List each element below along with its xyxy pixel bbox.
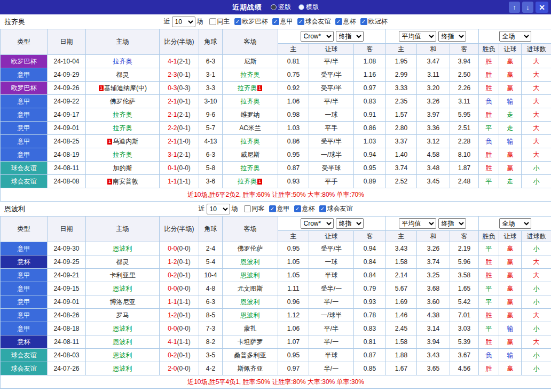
- home-team[interactable]: 卡利亚里: [86, 269, 160, 282]
- result-winloss: 平: [479, 322, 499, 335]
- odds-value: 0.85: [354, 362, 386, 375]
- league-filter-checkbox[interactable]: ✓意甲: [269, 204, 290, 213]
- away-team[interactable]: 威尼斯: [223, 148, 278, 162]
- checkbox-icon[interactable]: ✓: [294, 205, 301, 212]
- away-team[interactable]: 拉齐奥: [223, 68, 278, 82]
- checkbox-icon[interactable]: [209, 18, 216, 25]
- home-team[interactable]: 拉齐奥: [86, 108, 160, 122]
- home-team[interactable]: 恩波利: [86, 362, 160, 375]
- home-team-name: 恩波利: [113, 338, 132, 346]
- odds-value: 1.03: [354, 135, 386, 148]
- odds-value: 3.94: [450, 55, 479, 68]
- home-team[interactable]: 1基辅迪纳摩(中): [86, 82, 160, 95]
- home-team[interactable]: 拉齐奥: [86, 55, 160, 68]
- column-header: 主场: [86, 29, 160, 55]
- away-team[interactable]: 拉齐奥1: [223, 82, 278, 95]
- league-filter-checkbox[interactable]: ✓球会友谊: [297, 17, 331, 26]
- scope-select[interactable]: 全场: [499, 218, 531, 229]
- same-venue-checkbox[interactable]: 同客: [244, 204, 265, 213]
- odds-value: 3.65: [417, 362, 450, 375]
- match-count-select[interactable]: 10: [172, 17, 195, 27]
- league-filter-checkbox[interactable]: ✓欧冠杯: [360, 17, 388, 26]
- home-team[interactable]: 加的斯: [86, 162, 160, 175]
- home-team[interactable]: 博洛尼亚: [86, 295, 160, 309]
- column-header: 客: [450, 231, 479, 242]
- home-team[interactable]: 拉齐奥: [86, 122, 160, 135]
- corner-score: 6-3: [199, 148, 223, 162]
- odds-value: 0.95: [278, 349, 309, 362]
- scroll-down-button[interactable]: ↓: [522, 2, 533, 13]
- column-header: 日期: [48, 29, 86, 55]
- same-venue-checkbox[interactable]: 同主: [209, 17, 230, 26]
- checkbox-icon[interactable]: ✓: [360, 18, 367, 25]
- final-odds-select[interactable]: 终指: [438, 31, 466, 42]
- red-card-badge: 1: [257, 85, 262, 91]
- bookmaker-select[interactable]: Crow*: [301, 218, 334, 229]
- away-team[interactable]: 尼斯: [223, 55, 278, 68]
- away-team[interactable]: 恩波利: [223, 269, 278, 282]
- layout-radio-vertical[interactable]: 竖版: [271, 3, 291, 12]
- league-filter-checkbox[interactable]: ✓意杯: [335, 17, 356, 26]
- away-team[interactable]: 斯佩齐亚: [223, 362, 278, 375]
- average-odds-select[interactable]: 平均值: [399, 31, 436, 42]
- away-team-name: 佛罗伦萨: [238, 245, 263, 252]
- away-team[interactable]: 维罗纳: [223, 108, 278, 122]
- league-filter-checkbox[interactable]: ✓欧罗巴杯: [234, 17, 268, 26]
- away-team[interactable]: 恩波利: [223, 255, 278, 269]
- home-team[interactable]: 1南安普敦: [86, 175, 160, 188]
- final-odds-select[interactable]: 终指: [336, 218, 364, 229]
- home-team[interactable]: 都灵: [86, 255, 160, 269]
- league-badge: 欧罗巴杯: [1, 82, 48, 95]
- home-team[interactable]: 恩波利: [86, 282, 160, 295]
- away-team[interactable]: 蒙扎: [223, 322, 278, 335]
- home-team[interactable]: 都灵: [86, 68, 160, 82]
- checkbox-icon[interactable]: ✓: [272, 18, 279, 25]
- home-team[interactable]: 恩波利: [86, 335, 160, 349]
- home-team[interactable]: 恩波利: [86, 322, 160, 335]
- checkbox-icon[interactable]: ✓: [319, 205, 326, 212]
- home-team[interactable]: 佛罗伦萨: [86, 95, 160, 108]
- league-filter-checkbox[interactable]: ✓球会友谊: [319, 204, 353, 213]
- away-team[interactable]: 桑普多利亚: [223, 349, 278, 362]
- final-odds-select[interactable]: 终指: [438, 218, 466, 229]
- match-date: 24-09-30: [48, 242, 86, 255]
- away-team[interactable]: 佛罗伦萨: [223, 242, 278, 255]
- close-icon[interactable]: ✕: [536, 2, 548, 13]
- layout-radio-horizontal[interactable]: 横版: [298, 3, 319, 12]
- home-team[interactable]: 恩波利: [86, 242, 160, 255]
- away-team[interactable]: 恩波利: [223, 295, 278, 309]
- home-team[interactable]: 恩波利: [86, 349, 160, 362]
- checkbox-icon[interactable]: ✓: [335, 18, 342, 25]
- average-odds-select[interactable]: 平均值: [399, 218, 436, 229]
- league-filter-checkbox[interactable]: ✓意甲: [272, 17, 293, 26]
- bookmaker-select[interactable]: Crow*: [301, 31, 334, 42]
- checkbox-icon[interactable]: ✓: [234, 18, 241, 25]
- title-bar: 近期战绩 竖版 横版 ↑ ↓ ✕: [0, 0, 551, 14]
- away-team[interactable]: 拉齐奥1: [223, 175, 278, 188]
- home-team[interactable]: 罗马: [86, 309, 160, 322]
- league-filter-checkbox[interactable]: ✓意杯: [294, 204, 315, 213]
- home-team[interactable]: 拉齐奥: [86, 148, 160, 162]
- scroll-up-button[interactable]: ↑: [509, 2, 520, 13]
- league-badge: 意甲: [1, 108, 48, 122]
- checkbox-label: 意杯: [302, 204, 315, 213]
- scope-select[interactable]: 全场: [499, 31, 531, 42]
- handicap-value: 受半球: [309, 162, 354, 175]
- odds-value: 0.95: [278, 242, 309, 255]
- odds-value: 3.26: [417, 95, 450, 108]
- away-team[interactable]: AC米兰: [223, 122, 278, 135]
- home-team[interactable]: 1乌迪内斯: [86, 135, 160, 148]
- corner-score: 8-5: [199, 309, 223, 322]
- away-team[interactable]: 卡坦萨罗: [223, 335, 278, 349]
- handicap-value: 半/一: [309, 335, 354, 349]
- checkbox-icon[interactable]: ✓: [297, 18, 304, 25]
- away-team[interactable]: 恩波利: [223, 309, 278, 322]
- away-team[interactable]: 拉齐奥: [223, 95, 278, 108]
- checkbox-icon[interactable]: [244, 205, 251, 212]
- away-team[interactable]: 尤文图斯: [223, 282, 278, 295]
- away-team[interactable]: 拉齐奥: [223, 135, 278, 148]
- checkbox-icon[interactable]: ✓: [269, 205, 276, 212]
- away-team[interactable]: 拉齐奥: [223, 162, 278, 175]
- match-count-select[interactable]: 10: [207, 204, 230, 214]
- final-odds-select[interactable]: 终指: [336, 31, 364, 42]
